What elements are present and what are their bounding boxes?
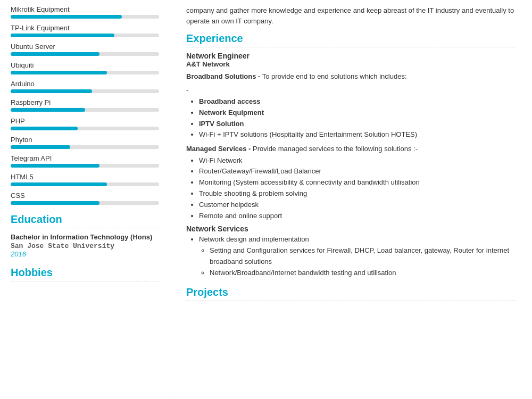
network-sub-item: Setting and Configuration services for F… <box>210 245 516 268</box>
skill-bar-bg <box>11 164 159 168</box>
skill-item: TP-Link Equipment <box>11 24 159 37</box>
skill-label: Phyton <box>11 136 159 144</box>
skill-item: Phyton <box>11 136 159 149</box>
skill-item: CSS <box>11 192 159 205</box>
skill-item: Ubiquiti <box>11 61 159 74</box>
network-item: Network design and implementationSetting… <box>199 234 516 278</box>
managed-item: Remote and online support <box>199 211 516 222</box>
education-year: 2016 <box>11 250 159 258</box>
skill-item: Raspberry Pi <box>11 98 159 112</box>
skill-bar-fill <box>11 89 92 93</box>
skill-bar-bg <box>11 201 159 205</box>
broadband-item: IPTV Solution <box>199 119 516 130</box>
skill-bar-bg <box>11 71 159 74</box>
education-degree: Bachelor in Information Technology (Hons… <box>11 232 159 242</box>
skill-bar-bg <box>11 182 159 186</box>
network-list: Network design and implementationSetting… <box>199 234 516 278</box>
skills-section: Mikrotik Equipment TP-Link Equipment Ubu… <box>11 5 159 205</box>
managed-list: Wi-Fi NetworkRouter/Gateway/Firewall/Loa… <box>199 155 516 222</box>
network-services-title: Network Services <box>186 225 516 233</box>
skill-bar-fill <box>11 71 107 74</box>
broadband-label: Broadband Solutions - To provide end to … <box>186 71 516 82</box>
skill-bar-fill <box>11 127 78 130</box>
projects-title: Projects <box>186 286 516 301</box>
broadband-list: Broadband accessNetwork EquipmentIPTV So… <box>199 96 516 140</box>
skill-bar-fill <box>11 145 70 149</box>
intro-text: company and gather more knowledge and ex… <box>186 5 516 26</box>
skill-bar-bg <box>11 145 159 149</box>
broadband-item: Broadband access <box>199 96 516 107</box>
managed-item: Monitoring (System accessibility & conne… <box>199 177 516 188</box>
skill-label: TP-Link Equipment <box>11 24 159 32</box>
skill-item: PHP <box>11 117 159 130</box>
experience-title: Experience <box>186 32 516 47</box>
sidebar: Mikrotik Equipment TP-Link Equipment Ubu… <box>0 0 170 399</box>
education-university: San Jose State University <box>11 242 159 250</box>
skill-bar-fill <box>11 164 99 168</box>
managed-item: Trouble shooting & problem solving <box>199 188 516 200</box>
broadband-item: Network Equipment <box>199 107 516 119</box>
skill-bar-bg <box>11 34 159 37</box>
skill-bar-fill <box>11 15 122 19</box>
skill-item: Telegram API <box>11 154 159 168</box>
network-sub-item: Network/Broadband/Internet bandwidth tes… <box>210 268 516 279</box>
skill-label: Raspberry Pi <box>11 98 159 106</box>
skill-bar-fill <box>11 108 85 112</box>
company-name: A&T Network <box>186 60 516 68</box>
managed-item: Router/Gateway/Firewall/Load Balancer <box>199 166 516 177</box>
skill-label: Mikrotik Equipment <box>11 5 159 13</box>
job-title: Network Engineer <box>186 52 516 60</box>
skill-bar-bg <box>11 127 159 130</box>
skill-label: Ubuntu Server <box>11 43 159 51</box>
skill-item: Ubuntu Server <box>11 43 159 56</box>
skill-bar-bg <box>11 108 159 112</box>
skill-item: HTML5 <box>11 173 159 186</box>
skill-bar-bg <box>11 15 159 19</box>
skill-bar-fill <box>11 52 99 56</box>
skill-bar-fill <box>11 34 114 37</box>
managed-item: Wi-Fi Network <box>199 155 516 167</box>
hobbies-title: Hobbies <box>11 267 159 281</box>
skill-item: Arduino <box>11 80 159 93</box>
skill-label: Telegram API <box>11 154 159 162</box>
managed-item: Customer helpdesk <box>199 200 516 211</box>
skill-label: Arduino <box>11 80 159 88</box>
skill-bar-fill <box>11 182 107 186</box>
skill-bar-bg <box>11 89 159 93</box>
skill-label: CSS <box>11 192 159 200</box>
skill-label: PHP <box>11 117 159 125</box>
main-content: company and gather more knowledge and ex… <box>170 0 532 399</box>
skill-bar-bg <box>11 52 159 56</box>
skill-bar-fill <box>11 201 99 205</box>
education-section-title: Education <box>11 213 159 228</box>
skill-label: HTML5 <box>11 173 159 181</box>
managed-label: Managed Services - Provide managed servi… <box>186 144 516 154</box>
skill-item: Mikrotik Equipment <box>11 5 159 19</box>
skill-label: Ubiquiti <box>11 61 159 69</box>
broadband-dash: - <box>186 85 516 96</box>
broadband-item: Wi-Fi + IPTV solutions (Hospitality and … <box>199 129 516 140</box>
